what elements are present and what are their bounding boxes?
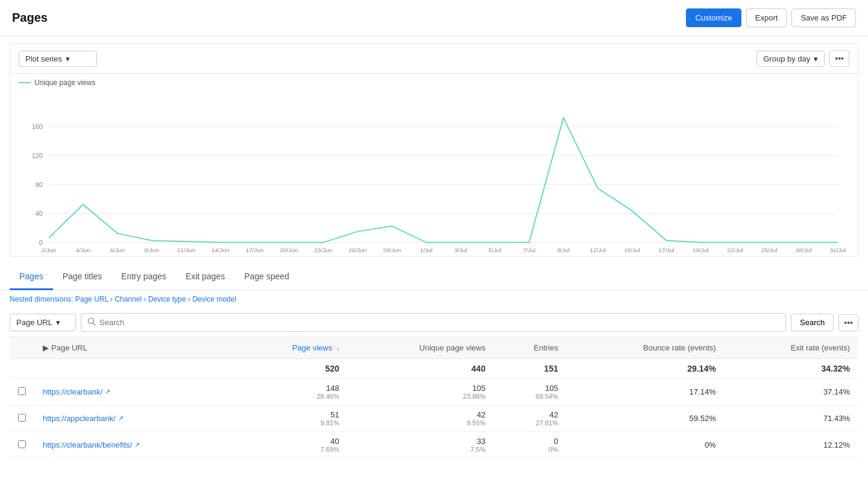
row2-unique-page-views: 429.55% — [348, 405, 494, 432]
row2-url-cell: https://appclearbank/ ↗ — [34, 405, 235, 432]
group-by-chevron-icon: ▾ — [814, 54, 818, 63]
col-header-bounce-rate: Bounce rate (events) — [567, 337, 725, 359]
row2-checkbox-cell[interactable] — [10, 405, 34, 432]
tab-entry-pages[interactable]: Entry pages — [112, 264, 176, 290]
external-link-icon: ↗ — [105, 388, 110, 396]
row3-unique-pct: 7.5% — [356, 446, 486, 453]
customize-button[interactable]: Customize — [686, 8, 741, 27]
row3-entries: 00% — [494, 432, 567, 458]
svg-text:160: 160 — [32, 123, 43, 130]
group-by-select[interactable]: Group by day ▾ — [756, 51, 825, 67]
row1-unique-page-views: 10523.86% — [348, 379, 494, 405]
table-more-options-button[interactable]: ••• — [838, 314, 858, 331]
col-header-unique-page-views: Unique page views — [348, 337, 494, 359]
nested-dim-1[interactable]: Page URL — [75, 295, 108, 303]
row3-exit-rate: 12.12% — [725, 432, 858, 458]
external-link-icon: ↗ — [134, 441, 140, 449]
totals-entries: 151 — [494, 359, 567, 379]
row1-checkbox-cell[interactable] — [10, 379, 34, 405]
page-title: Pages — [12, 11, 48, 25]
nested-dim-2[interactable]: Channel — [115, 295, 142, 303]
row2-unique-pct: 9.55% — [356, 419, 486, 427]
totals-checkbox-cell — [10, 359, 34, 379]
svg-text:29/Jun: 29/Jun — [383, 247, 401, 253]
row3-url-cell: https://clearbank/benefits/ ↗ — [34, 432, 235, 458]
svg-text:80: 80 — [36, 181, 43, 188]
export-button[interactable]: Export — [746, 8, 787, 27]
col-header-entries: Entries — [494, 337, 567, 359]
row2-exit-rate: 71.43% — [725, 405, 858, 432]
svg-text:8/Jun: 8/Jun — [144, 247, 159, 253]
col-header-exit-rate: Exit rate (events) — [725, 337, 858, 359]
row3-page-views-pct: 7.69% — [244, 446, 339, 453]
plot-series-label: Plot series — [25, 54, 62, 63]
play-icon: ▶ — [43, 343, 49, 352]
row1-url-link[interactable]: https://clearbank/ ↗ — [43, 387, 227, 396]
search-input[interactable] — [99, 318, 779, 327]
col-header-page-url: ▶Page URL — [34, 337, 235, 359]
row1-checkbox[interactable] — [18, 387, 26, 395]
legend-label: Unique page views — [34, 78, 95, 87]
chart-toolbar: Plot series ▾ Group by day ▾ ••• — [10, 44, 858, 74]
row1-page-views: 14828.46% — [235, 379, 348, 405]
svg-text:12/Jul: 12/Jul — [590, 247, 606, 253]
row2-page-views: 519.81% — [235, 405, 348, 432]
row2-checkbox[interactable] — [18, 414, 26, 422]
top-actions: Customize Export Save as PDF — [686, 8, 856, 27]
chart-right-controls: Group by day ▾ ••• — [756, 50, 849, 67]
table-row: https://appclearbank/ ↗ 519.81% 429.55% … — [10, 405, 858, 432]
svg-text:4/Jun: 4/Jun — [76, 247, 90, 253]
svg-text:7/Jul: 7/Jul — [523, 247, 535, 253]
legend-line-icon — [19, 82, 31, 83]
row3-unique-page-views: 337.5% — [348, 432, 494, 458]
row2-url-link[interactable]: https://appclearbank/ ↗ — [43, 414, 227, 423]
row3-page-views: 407.69% — [235, 432, 348, 458]
svg-text:26/Jun: 26/Jun — [348, 247, 366, 253]
totals-url-cell — [34, 359, 235, 379]
nested-dim-3[interactable]: Device type — [148, 295, 186, 303]
chart-area: 0 40 80 120 160 2/Jun 4/Jun 6/Jun 8/Jun … — [10, 92, 858, 256]
col-header-page-views[interactable]: Page views ↓ — [235, 337, 348, 359]
plot-series-select[interactable]: Plot series ▾ — [19, 51, 97, 67]
row2-entries: 4227.81% — [494, 405, 567, 432]
svg-text:28/Jul: 28/Jul — [796, 247, 812, 253]
totals-page-views: 520 — [235, 359, 348, 379]
svg-text:3/Jul: 3/Jul — [454, 247, 467, 253]
tab-exit-pages[interactable]: Exit pages — [176, 264, 234, 290]
save-as-pdf-button[interactable]: Save as PDF — [791, 8, 856, 27]
svg-text:23/Jun: 23/Jun — [314, 247, 332, 253]
row3-checkbox[interactable] — [18, 440, 26, 448]
top-bar: Pages Customize Export Save as PDF — [0, 0, 868, 36]
row1-entries: 10569.54% — [494, 379, 567, 405]
row2-page-views-pct: 9.81% — [244, 419, 339, 427]
chart-more-options-button[interactable]: ••• — [829, 50, 849, 67]
sort-arrow-icon: ↓ — [336, 345, 339, 352]
table-row: https://clearbank/ ↗ 14828.46% 10523.86%… — [10, 379, 858, 405]
svg-text:6/Jun: 6/Jun — [110, 247, 125, 253]
row3-checkbox-cell[interactable] — [10, 432, 34, 458]
row1-exit-rate: 37.14% — [725, 379, 858, 405]
row1-entries-pct: 69.54% — [502, 393, 558, 400]
tab-page-speed[interactable]: Page speed — [234, 264, 299, 290]
totals-row: 520 440 151 29.14% 34.32% — [10, 359, 858, 379]
row1-url-cell: https://clearbank/ ↗ — [34, 379, 235, 405]
tab-pages[interactable]: Pages — [10, 264, 53, 290]
tab-page-titles[interactable]: Page titles — [53, 264, 112, 290]
svg-text:2/Jun: 2/Jun — [42, 247, 56, 253]
row3-entries-pct: 0% — [502, 446, 558, 453]
svg-text:120: 120 — [32, 152, 43, 159]
svg-text:25/Jul: 25/Jul — [761, 247, 778, 253]
svg-text:20/Jun: 20/Jun — [280, 247, 298, 253]
dimension-select[interactable]: Page URL ▾ — [10, 314, 76, 331]
tabs-bar: Pages Page titles Entry pages Exit pages… — [0, 264, 868, 290]
row2-entries-pct: 27.81% — [502, 419, 558, 427]
dimension-select-chevron-icon: ▾ — [56, 318, 60, 327]
svg-text:17/Jun: 17/Jun — [245, 247, 263, 253]
nested-dim-4[interactable]: Device model — [192, 295, 236, 303]
search-button[interactable]: Search — [791, 314, 834, 331]
nested-dims-label: Nested dimensions: — [10, 295, 73, 303]
row3-url-link[interactable]: https://clearbank/benefits/ ↗ — [43, 440, 227, 449]
svg-text:40: 40 — [36, 210, 43, 217]
svg-text:9/Jul: 9/Jul — [557, 247, 570, 253]
search-wrap — [81, 313, 786, 332]
